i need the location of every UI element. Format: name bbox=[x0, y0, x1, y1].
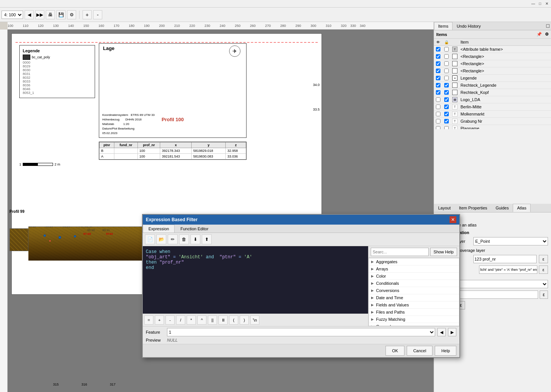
close-button[interactable]: ✕ bbox=[544, 1, 549, 6]
table-row[interactable]: Rechteck_Kopf bbox=[434, 89, 551, 96]
table-row[interactable]: <Rectangle> bbox=[434, 53, 551, 60]
func-search-input[interactable] bbox=[371, 248, 429, 256]
new-expr-button[interactable]: 📄 bbox=[145, 234, 155, 244]
zoom-out-button[interactable]: - bbox=[93, 10, 102, 19]
list-item[interactable]: ▶ Files and Paths bbox=[369, 309, 459, 316]
minimize-button[interactable]: — bbox=[531, 1, 536, 6]
visible-check-2[interactable] bbox=[436, 61, 440, 66]
help-button[interactable]: Help bbox=[435, 346, 456, 356]
open-expr-button[interactable]: 📂 bbox=[156, 234, 166, 244]
coverage-layer-select[interactable]: E_Point bbox=[473, 237, 548, 245]
nav-next-button[interactable]: ▶▶ bbox=[35, 10, 44, 19]
table-row[interactable]: T Molkenmarkt bbox=[434, 111, 551, 118]
locked-check-8[interactable] bbox=[444, 105, 449, 109]
edit-expr-button[interactable]: ✏ bbox=[168, 234, 178, 244]
locked-check-9[interactable] bbox=[444, 112, 449, 116]
page-name-expr-btn[interactable]: ε bbox=[539, 255, 548, 263]
list-item[interactable]: ▶ Fields and Values bbox=[369, 301, 459, 309]
locked-check-5[interactable] bbox=[444, 83, 449, 87]
export-expr-button[interactable]: ⬆ bbox=[202, 234, 212, 244]
list-item[interactable]: ▶ Fuzzy Matching bbox=[369, 316, 459, 323]
filter-with-input[interactable]: licht' and "ptnr" = 'A' then "prof_nr" e… bbox=[479, 265, 537, 274]
op-pause-btn[interactable]: ⏸ bbox=[219, 315, 228, 325]
op-pow-btn[interactable]: ^ bbox=[197, 315, 206, 325]
locked-check-1[interactable] bbox=[444, 54, 449, 59]
dialog-tab-function-editor[interactable]: Function Editor bbox=[175, 225, 214, 233]
maximize-button[interactable]: □ bbox=[537, 1, 543, 6]
page-name-input[interactable] bbox=[473, 255, 537, 263]
load-expr-button[interactable]: ⬇ bbox=[190, 234, 200, 244]
table-row[interactable]: T Grabung Nr bbox=[434, 118, 551, 125]
visible-check-11[interactable] bbox=[436, 126, 440, 129]
extra-expr-btn-1[interactable]: ε bbox=[540, 290, 548, 299]
visible-check-6[interactable] bbox=[436, 90, 440, 95]
table-row[interactable]: ≡ Legende bbox=[434, 75, 551, 82]
tab-atlas[interactable]: Atlas bbox=[513, 204, 530, 212]
feature-next-btn[interactable]: ▶ bbox=[448, 328, 456, 336]
op-plus-btn[interactable]: + bbox=[155, 315, 164, 325]
op-eq-btn[interactable]: = bbox=[144, 315, 153, 325]
locked-check-2[interactable] bbox=[444, 61, 449, 66]
list-item[interactable]: ▶ Conditionals bbox=[369, 280, 459, 287]
visible-check-3[interactable] bbox=[436, 69, 440, 73]
feature-prev-btn[interactable]: ◀ bbox=[437, 328, 446, 336]
locked-check-7[interactable] bbox=[444, 97, 449, 102]
table-row[interactable]: T <Attribute table frame> bbox=[434, 46, 551, 53]
locked-check-6[interactable] bbox=[444, 90, 449, 95]
dialog-tab-expression[interactable]: Expression bbox=[143, 225, 175, 233]
cancel-button[interactable]: Cancel bbox=[407, 346, 432, 356]
export-button[interactable]: 💾 bbox=[56, 10, 66, 19]
table-row[interactable]: T Berlin-Mitte bbox=[434, 103, 551, 111]
print-button[interactable]: 🖶 bbox=[46, 10, 55, 19]
visible-check-10[interactable] bbox=[436, 119, 440, 123]
feature-select[interactable]: 1 bbox=[167, 328, 435, 336]
ok-button[interactable]: OK bbox=[386, 346, 404, 356]
visible-check-7[interactable] bbox=[436, 97, 440, 102]
dialog-close-button[interactable]: ✕ bbox=[450, 216, 456, 223]
table-row[interactable]: Rechteck_Legende bbox=[434, 82, 551, 89]
list-item[interactable]: ▶ General bbox=[369, 323, 459, 326]
locked-check-3[interactable] bbox=[444, 69, 449, 73]
table-row[interactable]: T Planname bbox=[434, 125, 551, 129]
list-item[interactable]: ▶ Arrays bbox=[369, 265, 459, 273]
list-item[interactable]: ▶ Aggregates bbox=[369, 258, 459, 265]
nav-prev-button[interactable]: ◀ bbox=[25, 10, 34, 19]
tab-item-properties[interactable]: Item Properties bbox=[455, 204, 492, 212]
locked-check-0[interactable] bbox=[444, 47, 449, 52]
tab-items[interactable]: Items bbox=[434, 22, 453, 30]
visible-check-1[interactable] bbox=[436, 54, 440, 59]
show-help-button[interactable]: Show Help bbox=[430, 248, 457, 256]
op-lparen-btn[interactable]: ( bbox=[229, 315, 238, 325]
op-minus-btn[interactable]: - bbox=[165, 315, 175, 325]
clear-expr-button[interactable]: 🗑 bbox=[179, 234, 189, 244]
filter-expr-btn[interactable]: ε bbox=[539, 265, 548, 274]
locked-check-10[interactable] bbox=[444, 119, 449, 123]
op-concat-btn[interactable]: || bbox=[208, 315, 217, 325]
items-scroll-area[interactable]: T <Attribute table frame> <Rectangle> <R… bbox=[434, 46, 551, 129]
list-item[interactable]: ▶ Date and Time bbox=[369, 294, 459, 301]
locked-check-11[interactable] bbox=[444, 126, 449, 129]
table-row[interactable]: <Rectangle> bbox=[434, 67, 551, 75]
zoom-in-button[interactable]: + bbox=[83, 10, 92, 19]
settings-button[interactable]: ⚙ bbox=[67, 10, 76, 19]
visible-check-0[interactable] bbox=[436, 47, 440, 52]
panel-detach-btn[interactable]: □ bbox=[545, 22, 551, 30]
op-newline-btn[interactable]: '\n bbox=[250, 315, 259, 325]
op-mul-btn[interactable]: * bbox=[187, 315, 196, 325]
visible-check-9[interactable] bbox=[436, 112, 440, 116]
expr-textarea-container[interactable]: Case when "obj_art" = 'Ansicht' and "ptn… bbox=[143, 246, 368, 314]
list-item[interactable]: ▶ Color bbox=[369, 273, 459, 280]
table-row[interactable]: <Rectangle> bbox=[434, 60, 551, 67]
list-item[interactable]: ▶ Conversions bbox=[369, 287, 459, 294]
tab-guides[interactable]: Guides bbox=[492, 204, 513, 212]
visible-check-5[interactable] bbox=[436, 83, 440, 87]
visible-check-4[interactable] bbox=[436, 76, 440, 80]
locked-check-4[interactable] bbox=[444, 76, 449, 80]
table-row[interactable]: 🖼 Logo_LDA bbox=[434, 96, 551, 103]
tab-undo-history[interactable]: Undo History bbox=[453, 22, 485, 30]
tab-layout[interactable]: Layout bbox=[434, 204, 455, 212]
op-rparen-btn[interactable]: ) bbox=[240, 315, 249, 325]
page-select[interactable]: 4: 100 bbox=[2, 11, 23, 19]
op-div-btn[interactable]: / bbox=[176, 315, 185, 325]
visible-check-8[interactable] bbox=[436, 105, 440, 109]
